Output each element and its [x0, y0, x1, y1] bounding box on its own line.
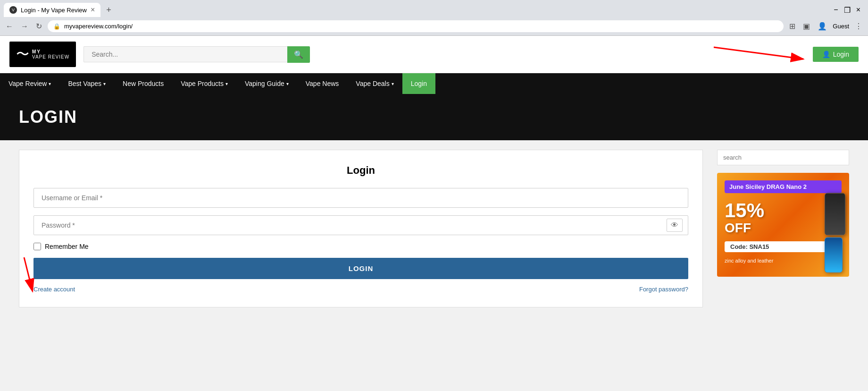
sidebar-button[interactable]: ▣ — [801, 20, 812, 33]
password-field-group: 👁 — [33, 215, 688, 235]
new-tab-button[interactable]: + — [102, 3, 115, 17]
site-logo[interactable]: 〜 MY VAPE REVIEW — [9, 42, 76, 67]
login-header-button[interactable]: 👤 Login — [813, 47, 859, 62]
chevron-down-icon: ▾ — [103, 81, 106, 86]
extensions-button[interactable]: ⊞ — [787, 20, 797, 33]
ad-off: OFF — [725, 221, 842, 236]
account-button[interactable]: 👤 — [816, 20, 829, 33]
password-input[interactable] — [33, 215, 688, 235]
forgot-password-link[interactable]: Forgot password? — [639, 286, 688, 293]
nav-best-vapes[interactable]: Best Vapes ▾ — [59, 73, 114, 94]
forward-button[interactable]: → — [19, 20, 30, 33]
chevron-down-icon: ▾ — [286, 81, 289, 86]
lock-icon: 🔒 — [53, 23, 60, 30]
tab-favicon: V — [9, 6, 17, 14]
header-search-button[interactable]: 🔍 — [287, 46, 310, 63]
logo-icon: 〜 — [16, 45, 29, 63]
nav-vape-deals[interactable]: Vape Deals ▾ — [347, 73, 402, 94]
chevron-down-icon: ▾ — [49, 81, 51, 86]
remember-me-label: Remember Me — [45, 243, 89, 250]
login-submit-button[interactable]: LOGIN — [33, 258, 688, 279]
ad-subtitle: zinc alloy and leather — [725, 258, 842, 264]
main-content: Login 👁 Remember Me LOGIN — [0, 140, 868, 317]
form-links: Create account Forgot password? — [33, 286, 688, 293]
nav-vape-review[interactable]: Vape Review ▾ — [0, 73, 59, 94]
username-input[interactable] — [33, 188, 688, 208]
chevron-down-icon: ▾ — [392, 81, 394, 86]
address-bar[interactable]: 🔒 — [48, 20, 784, 32]
login-form-container: Login 👁 Remember Me LOGIN — [19, 150, 703, 307]
guest-label: Guest — [833, 23, 849, 30]
create-account-link[interactable]: Create account — [33, 286, 75, 293]
logo-my: MY — [32, 49, 69, 54]
tab-close-btn[interactable]: × — [91, 6, 95, 14]
red-arrow-create-account — [24, 257, 38, 295]
svg-line-3 — [24, 257, 33, 291]
sidebar: June Siciley DRAG Nano 2 15% OFF Code: S… — [717, 150, 849, 307]
menu-button[interactable]: ⋮ — [853, 20, 864, 33]
ad-code: Code: SNA15 — [725, 241, 842, 252]
username-field-group — [33, 188, 688, 208]
site-header: 〜 MY VAPE REVIEW 🔍 — [0, 36, 868, 73]
ad-banner[interactable]: June Siciley DRAG Nano 2 15% OFF Code: S… — [717, 173, 849, 277]
back-button[interactable]: ← — [4, 20, 15, 33]
red-arrow-annotation — [709, 42, 813, 66]
login-form-title: Login — [33, 164, 688, 177]
toggle-password-button[interactable]: 👁 — [667, 219, 683, 232]
active-tab[interactable]: V Login - My Vape Review × — [4, 3, 100, 17]
ad-title: June Siciley DRAG Nano 2 — [725, 180, 842, 193]
nav-new-products[interactable]: New Products — [114, 73, 172, 94]
hero-banner: LOGIN — [0, 94, 868, 140]
nav-vape-products[interactable]: Vape Products ▾ — [172, 73, 236, 94]
tab-title: Login - My Vape Review — [21, 7, 87, 14]
sidebar-search-box[interactable] — [717, 150, 849, 165]
window-maximize[interactable]: ❐ — [844, 6, 851, 15]
remember-me-group: Remember Me — [33, 243, 688, 250]
ad-discount: 15% — [725, 201, 842, 221]
ad-product-images — [825, 193, 845, 272]
nav-vape-news[interactable]: Vape News — [297, 73, 348, 94]
password-wrapper: 👁 — [33, 215, 688, 235]
remember-me-checkbox[interactable] — [33, 243, 41, 250]
search-bar: 🔍 — [83, 46, 310, 63]
person-icon: 👤 — [822, 51, 830, 58]
eye-off-icon: 👁 — [671, 221, 678, 229]
hero-title: LOGIN — [19, 107, 849, 127]
window-close[interactable]: × — [856, 6, 860, 14]
vape-device-blue — [825, 237, 843, 272]
nav-login[interactable]: Login — [402, 73, 435, 94]
refresh-button[interactable]: ↻ — [34, 20, 44, 33]
url-input[interactable] — [64, 23, 778, 30]
vape-device-dark — [825, 193, 845, 235]
sidebar-search-input[interactable] — [723, 154, 843, 161]
login-btn-label: Login — [833, 51, 849, 58]
logo-name: VAPE REVIEW — [32, 54, 69, 60]
window-minimize[interactable]: − — [834, 6, 838, 14]
svg-line-1 — [714, 47, 803, 59]
nav-vaping-guide[interactable]: Vaping Guide ▾ — [236, 73, 297, 94]
chevron-down-icon: ▾ — [225, 81, 228, 86]
site-navigation: Vape Review ▾ Best Vapes ▾ New Products … — [0, 73, 868, 94]
header-search-input[interactable] — [83, 46, 287, 62]
